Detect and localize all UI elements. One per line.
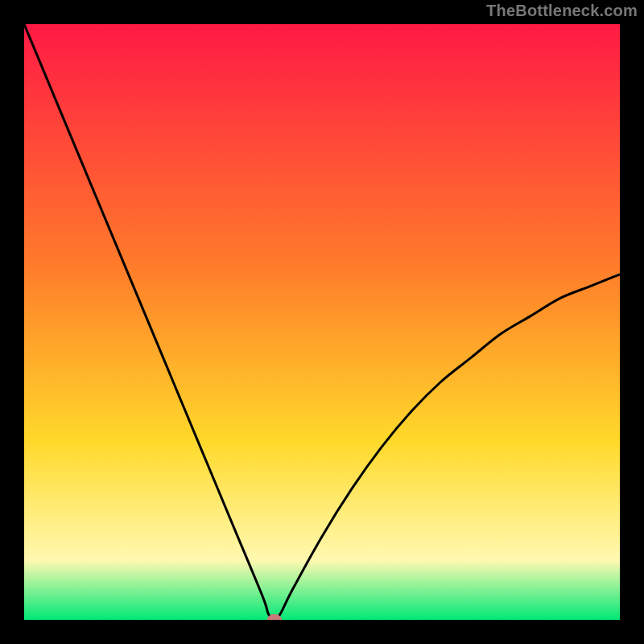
plot-area bbox=[24, 24, 620, 620]
plot-svg bbox=[24, 24, 620, 620]
gradient-background bbox=[24, 24, 620, 620]
chart-frame: TheBottleneck.com bbox=[0, 0, 644, 644]
watermark-text: TheBottleneck.com bbox=[486, 2, 638, 20]
